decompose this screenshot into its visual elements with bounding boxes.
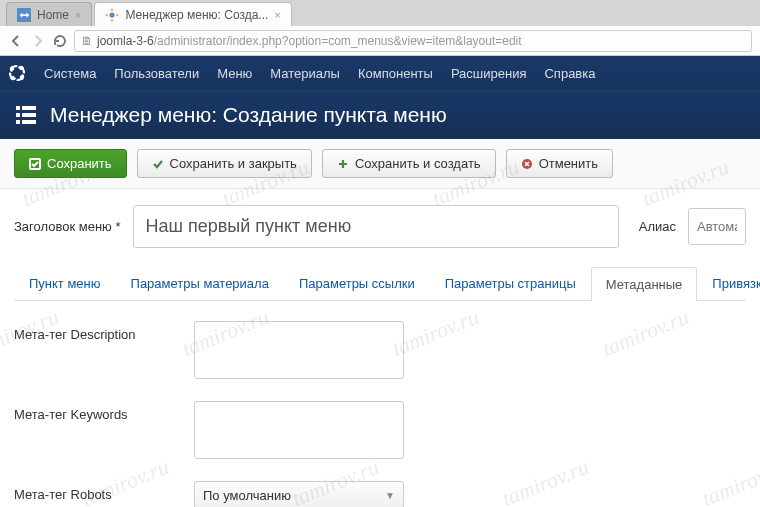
forward-icon[interactable] xyxy=(30,33,46,49)
list-icon xyxy=(14,103,38,127)
cancel-button[interactable]: Отменить xyxy=(506,149,613,178)
joomla-logo-icon[interactable] xyxy=(8,64,26,82)
button-label: Сохранить и закрыть xyxy=(170,156,297,171)
check-icon xyxy=(29,158,41,170)
close-icon[interactable]: × xyxy=(274,9,280,21)
chevron-down-icon: ▼ xyxy=(385,490,395,501)
select-value: По умолчанию xyxy=(203,488,291,503)
menu-item-users[interactable]: Пользователи xyxy=(114,66,199,81)
tab-menu-item[interactable]: Пункт меню xyxy=(14,266,116,300)
meta-keywords-input[interactable] xyxy=(194,401,404,459)
menu-item-content[interactable]: Материалы xyxy=(270,66,340,81)
tab-module-assignment[interactable]: Привязка модулей xyxy=(697,266,760,300)
button-label: Отменить xyxy=(539,156,598,171)
address-bar: 🗎 joomla-3-6/administrator/index.php?opt… xyxy=(0,26,760,56)
save-button[interactable]: Сохранить xyxy=(14,149,127,178)
tab-link-params[interactable]: Параметры ссылки xyxy=(284,266,430,300)
reload-icon[interactable] xyxy=(52,33,68,49)
meta-description-label: Мета-тег Description xyxy=(14,321,194,342)
title-label: Заголовок меню * xyxy=(14,219,121,234)
tab-bar: Пункт меню Параметры материала Параметры… xyxy=(14,266,746,301)
meta-robots-label: Мета-тег Robots xyxy=(14,481,194,502)
alias-input[interactable] xyxy=(688,208,746,245)
title-input[interactable] xyxy=(133,205,619,248)
save-close-button[interactable]: Сохранить и закрыть xyxy=(137,149,312,178)
menu-item-extensions[interactable]: Расширения xyxy=(451,66,527,81)
meta-robots-select[interactable]: По умолчанию ▼ xyxy=(194,481,404,507)
alias-label: Алиас xyxy=(639,219,676,234)
tab-article-params[interactable]: Параметры материала xyxy=(116,266,284,300)
url-host: joomla-3-6 xyxy=(97,34,154,48)
meta-description-input[interactable] xyxy=(194,321,404,379)
tab-metadata[interactable]: Метаданные xyxy=(591,267,698,301)
svg-rect-6 xyxy=(16,120,20,124)
button-label: Сохранить xyxy=(47,156,112,171)
close-icon[interactable]: × xyxy=(75,9,81,21)
svg-point-1 xyxy=(110,12,115,17)
svg-rect-2 xyxy=(16,106,20,110)
page-icon: 🗎 xyxy=(81,34,93,48)
svg-rect-3 xyxy=(22,106,36,110)
admin-top-bar: Система Пользователи Меню Материалы Комп… xyxy=(0,56,760,139)
url-query: ?option=com_menus&view=item&layout=edit xyxy=(282,34,522,48)
browser-tab[interactable]: Home × xyxy=(6,2,92,26)
plus-icon xyxy=(337,158,349,170)
menu-item-menus[interactable]: Меню xyxy=(217,66,252,81)
button-label: Сохранить и создать xyxy=(355,156,481,171)
svg-rect-4 xyxy=(16,113,20,117)
page-header: Менеджер меню: Создание пункта меню xyxy=(0,90,760,139)
browser-tab-strip: Home × Менеджер меню: Созда... × xyxy=(0,0,760,26)
url-input[interactable]: 🗎 joomla-3-6/administrator/index.php?opt… xyxy=(74,30,752,52)
check-icon xyxy=(152,158,164,170)
browser-tab[interactable]: Менеджер меню: Созда... × xyxy=(94,2,291,26)
svg-rect-7 xyxy=(22,120,36,124)
back-icon[interactable] xyxy=(8,33,24,49)
svg-rect-5 xyxy=(22,113,36,117)
favicon-icon xyxy=(17,8,31,22)
tab-page-params[interactable]: Параметры страницы xyxy=(430,266,591,300)
form-content: Заголовок меню * Алиас Пункт меню Параме… xyxy=(0,189,760,507)
menu-item-components[interactable]: Компоненты xyxy=(358,66,433,81)
action-toolbar: Сохранить Сохранить и закрыть Сохранить … xyxy=(0,139,760,189)
browser-tab-label: Менеджер меню: Созда... xyxy=(125,8,268,22)
save-new-button[interactable]: Сохранить и создать xyxy=(322,149,496,178)
favicon-icon xyxy=(105,8,119,22)
url-path: /administrator/index.php xyxy=(154,34,282,48)
browser-tab-label: Home xyxy=(37,8,69,22)
cancel-icon xyxy=(521,158,533,170)
menu-item-help[interactable]: Справка xyxy=(544,66,595,81)
page-title: Менеджер меню: Создание пункта меню xyxy=(50,103,447,127)
meta-keywords-label: Мета-тег Keywords xyxy=(14,401,194,422)
menu-item-system[interactable]: Система xyxy=(44,66,96,81)
